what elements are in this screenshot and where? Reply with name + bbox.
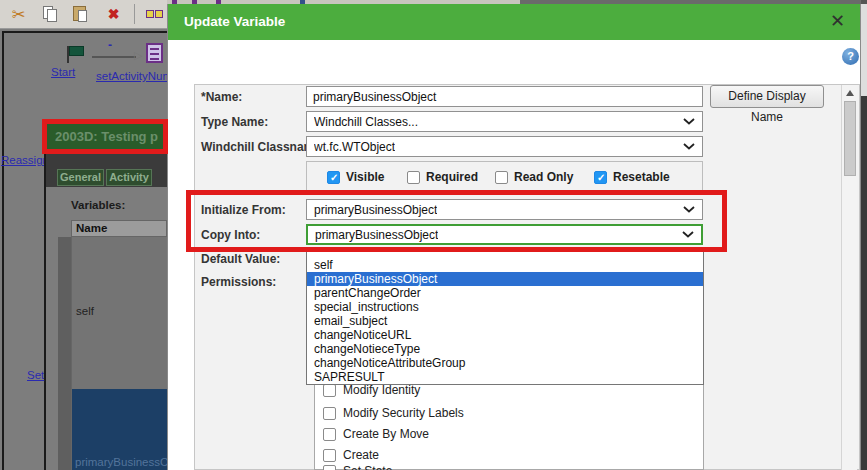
connector-arrowhead-icon: ▷ (134, 49, 142, 62)
dropdown-option[interactable]: changeNoticeURL (307, 328, 703, 342)
paste-page (78, 10, 87, 22)
close-icon[interactable]: ✕ (830, 11, 845, 31)
activity-node-icon[interactable] (146, 43, 163, 63)
connector-line (92, 56, 136, 58)
dropdown-option[interactable]: changeNotieceType (307, 342, 703, 356)
dropdown-option[interactable]: changeNoticeAttributeGroup (307, 356, 703, 370)
type-name-value: Windchill Classes... (314, 115, 418, 129)
dropdown-option[interactable] (307, 248, 703, 258)
copy-into-label: Copy Into: (201, 228, 260, 242)
permissions-label: Permissions: (201, 275, 276, 289)
flag-required: Required (407, 170, 478, 184)
paste-icon[interactable] (69, 3, 95, 25)
table-gutter (58, 237, 71, 470)
dialog-title: Update Variable (184, 4, 285, 40)
right-edge-strip (861, 96, 867, 470)
tab-general[interactable]: General (57, 169, 104, 186)
screen: ✂ ✖ Start ▷ - setActivityNum Reassign 20… (0, 0, 867, 470)
create-label: Create (343, 448, 379, 462)
delete-icon[interactable]: ✖ (101, 3, 127, 25)
copy-into-dropdown-list: self primaryBusinessObject parentChangeO… (306, 247, 704, 385)
default-value-label: Default Value: (201, 252, 280, 266)
toolbar: ✂ ✖ (0, 0, 167, 29)
attribute-flags-group: Visible Required Read Only Resetable (306, 161, 703, 191)
dropdown-option[interactable]: primaryBusinessObject (307, 272, 703, 286)
permission-row: Create By Move (323, 427, 429, 441)
copy-into-select[interactable]: primaryBusinessObject (306, 224, 703, 245)
dropdown-option[interactable]: SAPRESULT (307, 370, 703, 384)
name-input[interactable] (306, 86, 703, 107)
start-flag-icon (69, 46, 84, 56)
variables-table-header: Name (71, 220, 167, 237)
read-only-checkbox[interactable] (495, 171, 508, 184)
compare-box-right (155, 10, 163, 18)
update-variable-dialog: Update Variable ✕ ? *Name: Define Displa… (167, 4, 861, 470)
name-label: *Name: (201, 90, 242, 104)
modify-identity-label: Modify Identity (343, 383, 420, 397)
modify-security-labels-label: Modify Security Labels (343, 406, 464, 420)
selected-row-label: primaryBusinessObject (75, 456, 167, 468)
set-state-label: Set State (343, 464, 392, 470)
classname-select[interactable]: wt.fc.WTObject (306, 136, 703, 157)
table-row[interactable]: self (76, 305, 94, 317)
resetable-label: Resetable (613, 170, 670, 184)
right-edge-strip (861, 4, 867, 96)
dropdown-option[interactable]: special_instructions (307, 300, 703, 314)
chevron-down-icon (682, 231, 694, 238)
dropdown-option[interactable]: email_subject (307, 314, 703, 328)
flag-read-only: Read Only (495, 170, 573, 184)
connector-label: - (108, 38, 112, 52)
create-checkbox[interactable] (323, 449, 336, 462)
process-title-bar: 2003D: Testing p (47, 124, 167, 150)
flag-visible: Visible (327, 170, 384, 184)
permission-row: Modify Security Labels (323, 406, 464, 420)
cut-icon[interactable]: ✂ (6, 3, 32, 25)
copy-into-value: primaryBusinessObject (315, 228, 438, 242)
define-display-name-button[interactable]: Define Display Name (710, 85, 824, 108)
type-name-select[interactable]: Windchill Classes... (306, 111, 703, 132)
initialize-from-value: primaryBusinessObject (314, 203, 437, 217)
create-by-move-checkbox[interactable] (323, 428, 336, 441)
set-state-checkbox[interactable] (323, 465, 336, 470)
resetable-checkbox[interactable] (594, 171, 607, 184)
modify-security-labels-checkbox[interactable] (323, 407, 336, 420)
permission-row: Create (323, 448, 379, 462)
help-icon[interactable]: ? (842, 48, 859, 65)
reassign-link[interactable]: Reassign (1, 154, 49, 166)
initialize-from-label: Initialize From: (201, 203, 286, 217)
toolbar-separator (134, 4, 135, 24)
flag-resetable: Resetable (594, 170, 670, 184)
vertical-scrollbar[interactable] (841, 85, 857, 470)
modify-identity-checkbox[interactable] (323, 384, 336, 397)
dropdown-option[interactable]: self (307, 258, 703, 272)
initialize-from-select[interactable]: primaryBusinessObject (306, 199, 703, 220)
scrollbar-thumb[interactable] (844, 101, 856, 176)
dropdown-option[interactable]: parentChangeOrder (307, 286, 703, 300)
classname-value: wt.fc.WTObject (314, 140, 395, 154)
type-name-label: Type Name: (201, 115, 268, 129)
required-checkbox[interactable] (407, 171, 420, 184)
visible-label: Visible (346, 170, 384, 184)
table-row-selected[interactable]: primaryBusinessObject (72, 389, 167, 470)
dialog-header: Update Variable ✕ (168, 4, 860, 40)
chevron-down-icon (683, 118, 695, 125)
variables-label: Variables: (71, 199, 125, 211)
compare-box-left (146, 10, 154, 18)
scroll-up-icon[interactable] (846, 90, 854, 96)
permission-row: Set State (323, 464, 392, 470)
copy-icon[interactable] (38, 3, 64, 25)
read-only-label: Read Only (514, 170, 573, 184)
create-by-move-label: Create By Move (343, 427, 429, 441)
title-tab-gap (46, 150, 167, 168)
permission-row: Modify Identity (323, 383, 420, 397)
activity-node-link[interactable]: setActivityNum (96, 70, 172, 82)
tab-row: General Activity (46, 168, 167, 187)
compare-icon[interactable] (141, 3, 167, 25)
required-label: Required (426, 170, 478, 184)
set-link[interactable]: Set (27, 369, 44, 381)
copy-page-front (47, 9, 57, 22)
chevron-down-icon (683, 143, 695, 150)
start-node-link[interactable]: Start (51, 66, 75, 78)
tab-activity[interactable]: Activity (106, 169, 152, 186)
visible-checkbox[interactable] (327, 171, 340, 184)
